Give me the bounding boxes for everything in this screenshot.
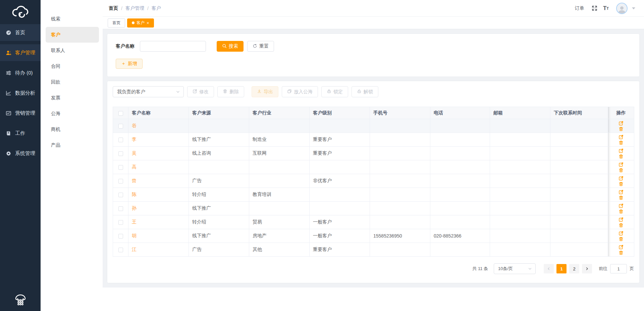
fullscreen-icon[interactable] [592,5,597,11]
row-checkbox[interactable] [118,138,123,142]
submenu-item-customers[interactable]: 客户 [46,27,99,43]
submenu-item-clues[interactable]: 线索 [41,11,103,27]
lock-button[interactable]: 锁定 [321,86,348,97]
customer-name-link[interactable]: 吴 [132,150,137,156]
row-checkbox[interactable] [118,151,123,156]
goto-page-input[interactable] [610,264,627,273]
row-checkbox[interactable] [118,248,123,252]
cell-phone [430,215,490,229]
edit-icon[interactable] [619,121,624,126]
next-page-button[interactable] [582,264,592,273]
customer-name-link[interactable]: 高 [132,164,137,169]
sidebar-item-home[interactable]: 首页 [0,24,41,41]
row-checkbox[interactable] [118,206,123,211]
customer-name-link[interactable]: 胡 [132,233,137,238]
row-checkbox[interactable] [118,124,123,128]
delete-icon[interactable] [619,126,624,132]
customer-name-link[interactable]: 曾 [132,178,137,183]
select-all-checkbox[interactable] [118,111,123,116]
breadcrumb-customer-mgmt[interactable]: 客户管理 [125,5,144,11]
cloud-sync-logo-icon [11,5,30,20]
add-button[interactable]: ＋ 新增 [116,59,143,69]
delete-icon[interactable] [619,182,624,187]
sidebar-item-marketing-mgmt[interactable]: 营销管理 [0,105,41,121]
delete-icon[interactable] [619,250,624,255]
cell-next-time [550,202,608,215]
submenu-item-opportunities[interactable]: 商机 [41,121,103,137]
submenu-item-receivables[interactable]: 回款 [41,74,103,90]
edit-icon[interactable] [619,217,624,222]
delete-icon[interactable] [619,195,624,200]
primary-sidebar: 首页 客户管理 待办 (0) 数据分析 [0,0,41,311]
row-checkbox[interactable] [118,234,123,239]
delete-icon[interactable] [619,154,624,159]
column-header-name: 客户名称 [128,107,189,119]
search-button[interactable]: 搜索 [217,41,244,52]
sidebar-item-todo[interactable]: 待办 (0) [0,64,41,81]
sidebar-item-customer-mgmt[interactable]: 客户管理 [0,44,41,61]
row-checkbox[interactable] [118,179,123,184]
submenu-item-contracts[interactable]: 合同 [41,58,103,74]
download-icon [257,89,262,95]
telephone-icon[interactable] [0,294,41,306]
customer-name-input[interactable] [140,41,206,52]
close-icon[interactable]: × [147,21,149,25]
submenu-item-contacts[interactable]: 联系人 [41,43,103,58]
unlock-button[interactable]: 解锁 [352,86,378,97]
row-checkbox[interactable] [118,165,123,170]
delete-icon[interactable] [619,237,624,242]
breadcrumb-customers[interactable]: 客户 [152,5,161,11]
move-to-sea-button[interactable]: 放入公海 [282,86,318,97]
customer-name-link[interactable]: 孙 [132,205,137,211]
edit-button[interactable]: 修改 [187,86,214,97]
submenu-item-products[interactable]: 产品 [41,137,103,153]
tab-customers[interactable]: 客户 × [127,18,154,28]
sidebar-item-system-mgmt[interactable]: 系统管理 [0,145,41,162]
edit-icon[interactable] [619,231,624,236]
avatar[interactable] [616,3,628,14]
edit-icon[interactable] [619,203,624,208]
customer-name-link[interactable]: 谷 [132,123,137,128]
cell-level [310,160,370,174]
delete-icon[interactable] [619,209,624,214]
orders-link[interactable]: 订单 [575,5,584,11]
font-size-icon[interactable]: TT [603,5,609,12]
reset-button[interactable]: 重置 [247,41,274,52]
customer-name-link[interactable]: 陈 [132,192,137,197]
row-checkbox[interactable] [118,220,123,225]
cell-level [310,119,370,133]
edit-icon[interactable] [619,176,624,181]
edit-icon[interactable] [619,245,624,250]
tab-bar: 首页 客户 × [103,17,644,29]
customer-name-link[interactable]: 王 [132,219,137,224]
page-button-1[interactable]: 1 [556,264,567,273]
row-checkbox[interactable] [118,193,123,197]
edit-icon[interactable] [619,190,624,195]
edit-icon[interactable] [619,162,624,167]
caret-down-icon[interactable] [632,7,635,9]
customer-name-link[interactable]: 李 [132,137,137,142]
delete-icon[interactable] [619,140,624,145]
cell-next-time [550,229,608,243]
delete-icon[interactable] [619,168,624,173]
cell-email [490,133,550,147]
sidebar-item-data-analysis[interactable]: 数据分析 [0,85,41,101]
edit-icon[interactable] [619,135,624,140]
delete-icon[interactable] [619,223,624,228]
delete-button[interactable]: 删除 [217,86,244,97]
cell-mobile: 15585236950 [370,229,430,243]
tab-home[interactable]: 首页 [108,18,125,28]
page-size-select[interactable]: 10条/页 [494,263,536,274]
customer-name-link[interactable]: 江 [132,247,137,252]
submenu-item-public-sea[interactable]: 公海 [41,106,103,121]
export-button[interactable]: 导出 [252,86,278,97]
cell-source: 转介绍 [189,188,249,202]
breadcrumb-home[interactable]: 首页 [109,5,118,11]
edit-icon[interactable] [619,148,624,153]
page-button-2[interactable]: 2 [569,264,579,273]
submenu-item-invoices[interactable]: 发票 [41,90,103,106]
cell-next-time [550,147,608,160]
prev-page-button[interactable] [544,264,554,273]
scope-select[interactable]: 我负责的客户 [113,86,184,97]
sidebar-item-work[interactable]: 工作 [0,125,41,142]
